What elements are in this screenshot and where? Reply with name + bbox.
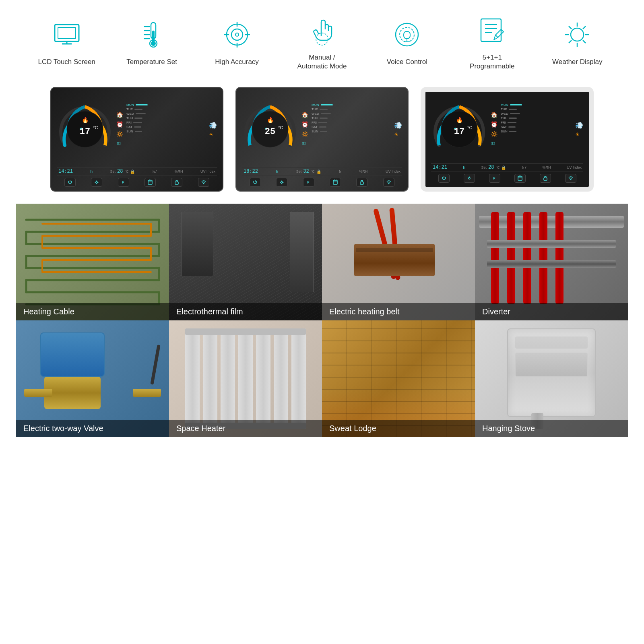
thermometer-icon (134, 17, 170, 53)
product-diverter: Diverter (475, 204, 628, 320)
features-section: LCD Touch Screen Temperature Set (0, 0, 644, 79)
btn-schedule[interactable] (330, 178, 341, 187)
svg-text:F: F (493, 176, 495, 180)
lcd-icon (49, 17, 85, 53)
product-label-valve: Electric two-way Valve (23, 424, 103, 433)
svg-text:25: 25 (265, 127, 275, 137)
product-grid: Heating Cable Electrothermal film Electr… (16, 204, 628, 437)
sun-icon (559, 17, 595, 53)
btn-power[interactable] (64, 178, 76, 187)
product-label-bar-electrothermal: Electrothermal film (169, 303, 322, 320)
feature-label: LCD Touch Screen (38, 58, 95, 66)
feature-label: Weather Display (552, 58, 602, 66)
product-label-heating-cable: Heating Cable (23, 307, 74, 316)
svg-rect-51 (175, 182, 178, 184)
feature-programmable: 5+1+1 Programmable (456, 12, 528, 71)
btn-schedule[interactable] (144, 178, 156, 187)
product-label-bar-heating-belt: Electric heating belt (322, 303, 475, 320)
humidity: 57 (522, 165, 526, 170)
svg-line-39 (569, 40, 572, 43)
feature-label: Voice Control (387, 58, 427, 66)
svg-point-45 (96, 182, 97, 183)
btn-lock[interactable] (540, 174, 551, 183)
thermostat-black: 🔥 ☁ 17 °C 🏠 ⏰ 🔆 ≋ (50, 87, 223, 192)
svg-rect-64 (360, 182, 363, 184)
svg-point-78 (570, 179, 571, 180)
humidity: 5 (339, 169, 341, 174)
feature-voice-control: Voice Control (371, 17, 443, 66)
btn-celsius[interactable]: F (489, 174, 500, 183)
svg-line-36 (569, 26, 572, 29)
svg-point-58 (281, 182, 283, 183)
svg-point-31 (571, 28, 584, 41)
product-label-bar-diverter: Diverter (475, 303, 628, 320)
feature-label: Temperature Set (126, 58, 177, 66)
product-heating-cable: Heating Cable (16, 204, 169, 320)
svg-point-15 (235, 33, 239, 36)
btn-lock[interactable] (356, 178, 367, 187)
svg-point-12 (151, 41, 156, 46)
svg-text:🔥: 🔥 (82, 117, 89, 124)
product-label-bar-sweat-lodge: Sweat Lodge (322, 420, 475, 437)
product-heating-belt: Electric heating belt (322, 204, 475, 320)
svg-text:🔥: 🔥 (267, 117, 274, 124)
svg-rect-1 (58, 27, 76, 39)
btn-fan[interactable] (91, 178, 102, 187)
feature-lcd-touch-screen: LCD Touch Screen (31, 17, 103, 66)
product-label-bar-space-heater: Space Heater (169, 420, 322, 437)
product-label-diverter: Diverter (482, 307, 510, 316)
svg-point-52 (203, 183, 204, 184)
svg-point-65 (388, 183, 389, 184)
btn-wifi[interactable] (383, 178, 394, 187)
svg-line-38 (583, 26, 586, 29)
thermostat-white: 🔥 ☁ 17 °C 🏠 ⏰ 🔆 ≋ MON TUE W (421, 87, 594, 192)
set-temp: 28 (488, 165, 494, 170)
product-label-bar-valve: Electric two-way Valve (16, 420, 169, 437)
svg-line-37 (583, 40, 586, 43)
svg-text:F: F (307, 180, 310, 184)
feature-manual-auto: Manual / Automatic Mode (286, 12, 358, 71)
svg-point-71 (469, 178, 470, 179)
hand-touch-icon (304, 12, 340, 48)
feature-label: High Accuracy (215, 58, 259, 66)
svg-rect-60 (333, 180, 337, 184)
btn-wifi[interactable] (198, 178, 209, 187)
edit-icon (474, 12, 510, 48)
product-sweat-lodge: Sweat Lodge (322, 320, 475, 437)
voice-icon (389, 17, 425, 53)
btn-wifi[interactable] (565, 174, 576, 183)
svg-text:17: 17 (454, 127, 464, 137)
btn-schedule[interactable] (514, 174, 526, 183)
svg-point-13 (227, 24, 248, 45)
product-label-bar-heating-cable: Heating Cable (16, 303, 169, 320)
svg-text:F: F (122, 180, 124, 184)
btn-fan[interactable] (276, 178, 287, 187)
svg-text:°C: °C (467, 125, 472, 130)
product-hanging-stove: Hanging Stove (475, 320, 628, 437)
btn-power[interactable] (250, 178, 261, 187)
humidity: 57 (153, 169, 157, 174)
time-display: 18:22 (244, 169, 258, 174)
gauge-black: 🔥 ☁ 17 °C (57, 101, 113, 157)
crosshair-icon (219, 17, 255, 53)
feature-label: 5+1+1 Programmable (470, 53, 515, 71)
product-electrothermal-film: Electrothermal film (169, 204, 322, 320)
product-label-heating-belt: Electric heating belt (329, 307, 400, 316)
set-temp: 32 (303, 169, 309, 174)
btn-fan[interactable] (464, 174, 475, 183)
product-label-bar-hanging-stove: Hanging Stove (475, 420, 628, 437)
displays-section: 🔥 ☁ 17 °C 🏠 ⏰ 🔆 ≋ (0, 79, 644, 204)
product-label-space-heater: Space Heater (176, 424, 225, 433)
product-label-sweat-lodge: Sweat Lodge (329, 424, 376, 433)
svg-rect-77 (544, 178, 547, 180)
btn-celsius[interactable]: F (303, 178, 314, 187)
product-label-electrothermal: Electrothermal film (176, 307, 243, 316)
product-label-hanging-stove: Hanging Stove (482, 424, 535, 433)
svg-rect-47 (148, 180, 152, 184)
btn-lock[interactable] (171, 178, 182, 187)
svg-rect-73 (518, 176, 522, 180)
svg-text:17: 17 (80, 127, 90, 137)
btn-celsius[interactable]: F (118, 178, 129, 187)
feature-high-accuracy: High Accuracy (201, 17, 273, 66)
btn-power[interactable] (438, 174, 450, 183)
